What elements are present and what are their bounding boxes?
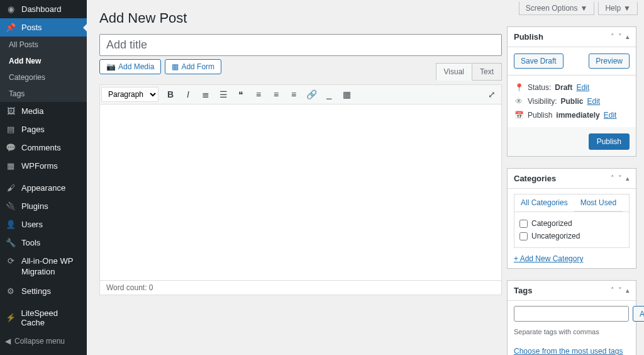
preview-button[interactable]: Preview <box>589 54 630 69</box>
panel-toggle-icon[interactable]: ▴ <box>626 174 630 183</box>
category-label: Uncategorized <box>531 232 580 240</box>
sidebar-item-comments[interactable]: 💬 Comments <box>0 138 87 157</box>
status-value: Draft <box>555 83 572 92</box>
media-icon: 🖼 <box>5 106 16 116</box>
sidebar-item-litespeed[interactable]: ⚡ LiteSpeed Cache <box>0 304 87 332</box>
calendar-icon: 📅 <box>514 111 524 120</box>
sidebar-sub-tags[interactable]: Tags <box>0 86 87 102</box>
plugins-icon: 🔌 <box>5 201 16 211</box>
category-label: Categorized <box>531 219 572 228</box>
collapse-label: Collapse menu <box>14 337 65 346</box>
sidebar-sub-all-posts[interactable]: All Posts <box>0 37 87 53</box>
sidebar-item-settings[interactable]: ⚙ Settings <box>0 282 87 300</box>
align-right-button[interactable]: ≡ <box>286 86 302 103</box>
numbered-list-button[interactable]: ☰ <box>215 86 231 103</box>
tab-visual[interactable]: Visual <box>436 63 472 81</box>
tags-input[interactable] <box>514 306 629 322</box>
quote-icon: ❝ <box>238 89 243 99</box>
help-label: Help <box>605 4 621 13</box>
align-center-button[interactable]: ≡ <box>268 86 284 103</box>
add-media-button[interactable]: 📷 Add Media <box>99 59 161 74</box>
italic-button[interactable]: I <box>180 86 196 103</box>
editor-wrap: 📷 Add Media ▦ Add Form Visual Text Parag… <box>99 84 502 295</box>
align-left-button[interactable]: ≡ <box>250 86 267 103</box>
camera-icon: 📷 <box>106 62 116 71</box>
sidebar-item-label: Plugins <box>21 201 48 211</box>
save-draft-button[interactable]: Save Draft <box>514 54 564 69</box>
publish-button[interactable]: Publish <box>589 133 630 150</box>
sidebar-item-label: Posts <box>21 23 42 32</box>
panel-up-icon[interactable]: ˄ <box>611 174 614 183</box>
fullscreen-button[interactable]: ⤢ <box>484 86 500 103</box>
tags-panel-title: Tags <box>514 286 607 295</box>
panel-up-icon[interactable]: ˄ <box>611 286 614 295</box>
categories-panel: Categories ˄ ˅ ▴ All Categories Most Use… <box>507 168 636 269</box>
publish-value: immediately <box>556 111 599 120</box>
editor-body[interactable] <box>99 104 502 281</box>
tab-all-categories[interactable]: All Categories <box>514 194 574 211</box>
add-form-button[interactable]: ▦ Add Form <box>165 59 221 74</box>
tools-icon: 🔧 <box>5 238 16 247</box>
comments-icon: 💬 <box>5 143 16 152</box>
publish-panel: Publish ˄ ˅ ▴ Save Draft Preview 📍 Statu… <box>507 26 636 157</box>
sidebar-item-label: Settings <box>21 286 51 296</box>
format-select[interactable]: Paragraph <box>101 87 158 102</box>
sidebar-sub-add-new[interactable]: Add New <box>0 53 87 69</box>
sidebar-item-plugins[interactable]: 🔌 Plugins <box>0 197 87 215</box>
tab-most-used[interactable]: Most Used <box>574 194 623 211</box>
categories-list: Categorized Uncategorized <box>514 211 630 248</box>
category-checkbox[interactable] <box>519 220 528 228</box>
chevron-down-icon: ▼ <box>580 4 588 13</box>
panel-up-icon[interactable]: ˄ <box>611 33 614 41</box>
sidebar-item-label: Media <box>21 106 43 116</box>
sidebar-sub-categories[interactable]: Categories <box>0 69 87 86</box>
category-checkbox[interactable] <box>519 232 528 240</box>
panel-toggle-icon[interactable]: ▴ <box>626 33 630 41</box>
tab-text[interactable]: Text <box>472 63 502 81</box>
sidebar-item-migration[interactable]: ⟳ All-in-One WP Migration <box>0 252 87 282</box>
category-item[interactable]: Uncategorized <box>519 230 624 242</box>
collapse-menu[interactable]: ◀ Collapse menu <box>0 332 87 351</box>
visibility-label: Visibility: <box>528 97 557 106</box>
tags-panel: Tags ˄ ˅ ▴ Add Separate tags with commas… <box>507 280 636 355</box>
link-button[interactable]: 🔗 <box>303 86 319 103</box>
fullscreen-icon: ⤢ <box>488 89 496 99</box>
choose-tags-link[interactable]: Choose from the most used tags <box>514 347 623 355</box>
add-tag-button[interactable]: Add <box>633 306 644 322</box>
sidebar-item-wpforms[interactable]: ▦ WPForms <box>0 157 87 175</box>
help-button[interactable]: Help ▼ <box>598 2 638 15</box>
sidebar-item-appearance[interactable]: 🖌 Appearance <box>0 179 87 197</box>
chevron-down-icon: ▼ <box>623 4 631 13</box>
panel-down-icon[interactable]: ˅ <box>618 286 622 295</box>
visibility-edit-link[interactable]: Edit <box>587 97 600 106</box>
bullet-list-button[interactable]: ≣ <box>197 86 214 103</box>
sidebar-item-pages[interactable]: ▤ Pages <box>0 120 87 138</box>
panel-down-icon[interactable]: ˅ <box>618 33 622 41</box>
toolbar-toggle-icon: ▦ <box>343 89 351 99</box>
publish-label: Publish <box>528 111 552 120</box>
screen-options-button[interactable]: Screen Options ▼ <box>519 2 595 15</box>
publish-edit-link[interactable]: Edit <box>604 111 617 120</box>
bold-button[interactable]: B <box>162 86 179 103</box>
panel-toggle-icon[interactable]: ▴ <box>626 286 630 295</box>
side-panels: Publish ˄ ˅ ▴ Save Draft Preview 📍 Statu… <box>507 26 636 355</box>
wpforms-icon: ▦ <box>5 161 16 171</box>
sidebar-item-label: Appearance <box>21 183 65 193</box>
readmore-button[interactable]: ⎯ <box>321 86 337 103</box>
sidebar-item-posts[interactable]: 📌 Posts <box>0 18 87 37</box>
sidebar-item-media[interactable]: 🖼 Media <box>0 102 87 120</box>
add-new-category-link[interactable]: + Add New Category <box>514 254 583 263</box>
sidebar-item-tools[interactable]: 🔧 Tools <box>0 234 87 252</box>
panel-down-icon[interactable]: ˅ <box>618 174 622 183</box>
status-edit-link[interactable]: Edit <box>576 83 589 92</box>
align-center-icon: ≡ <box>274 89 279 99</box>
sidebar-item-dashboard[interactable]: ◉ Dashboard <box>0 0 87 18</box>
category-item[interactable]: Categorized <box>519 217 624 230</box>
pin-icon: 📌 <box>5 23 16 32</box>
blockquote-button[interactable]: ❝ <box>233 86 249 103</box>
post-title-input[interactable] <box>99 34 502 56</box>
users-icon: 👤 <box>5 220 16 229</box>
toolbar-toggle-button[interactable]: ▦ <box>338 86 355 103</box>
sidebar-item-label: Dashboard <box>21 4 62 14</box>
sidebar-item-users[interactable]: 👤 Users <box>0 215 87 234</box>
